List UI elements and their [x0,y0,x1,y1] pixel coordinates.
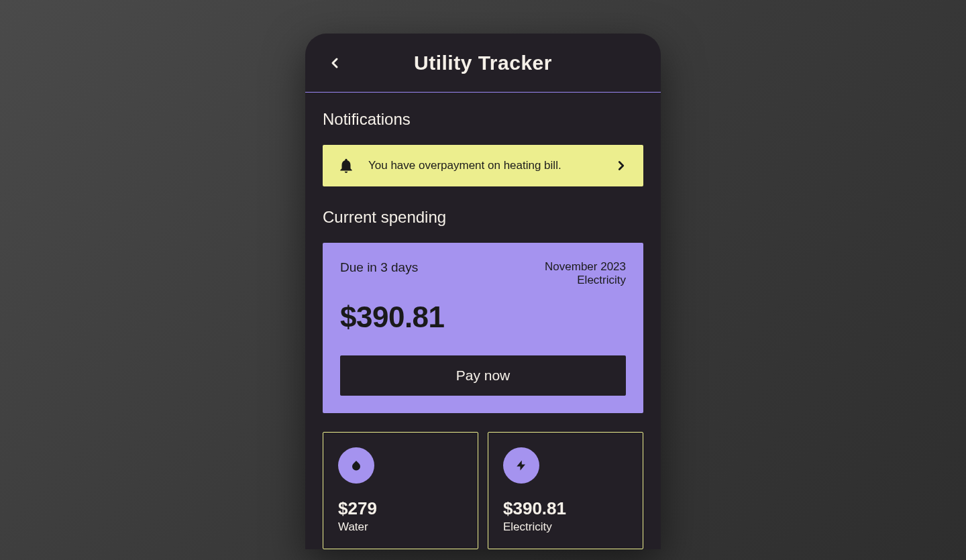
spending-meta: November 2023 Electricity [545,260,626,287]
spending-category: Electricity [545,274,626,287]
app-header: Utility Tracker [305,34,661,93]
app-title: Utility Tracker [347,52,619,74]
pay-now-button[interactable]: Pay now [340,355,626,396]
utility-icon-wrap [503,447,539,484]
water-drop-icon [350,459,362,471]
spending-amount: $390.81 [340,300,626,334]
utility-label: Electricity [503,520,628,534]
notification-text: You have overpayment on heating bill. [368,159,600,172]
notification-banner[interactable]: You have overpayment on heating bill. [323,145,643,186]
phone-frame: Utility Tracker Notifications You have o… [305,34,661,549]
utility-amount: $390.81 [503,498,628,519]
chevron-left-icon [327,55,343,71]
chevron-right-icon [614,158,629,173]
current-spending-heading: Current spending [323,208,643,227]
bolt-icon [515,459,527,471]
utility-amount: $279 [338,498,463,519]
utility-grid: $279 Water $390.81 Electricity [323,432,643,549]
spending-month: November 2023 [545,260,626,274]
spending-card-top: Due in 3 days November 2023 Electricity [340,260,626,287]
utility-card-electricity[interactable]: $390.81 Electricity [488,432,643,549]
bell-icon [337,157,355,174]
utility-label: Water [338,520,463,534]
utility-icon-wrap [338,447,374,484]
notifications-heading: Notifications [323,110,643,129]
utility-card-water[interactable]: $279 Water [323,432,478,549]
due-label: Due in 3 days [340,260,418,275]
app-content: Notifications You have overpayment on he… [305,93,661,549]
spending-card: Due in 3 days November 2023 Electricity … [323,243,643,413]
back-button[interactable] [323,51,347,75]
